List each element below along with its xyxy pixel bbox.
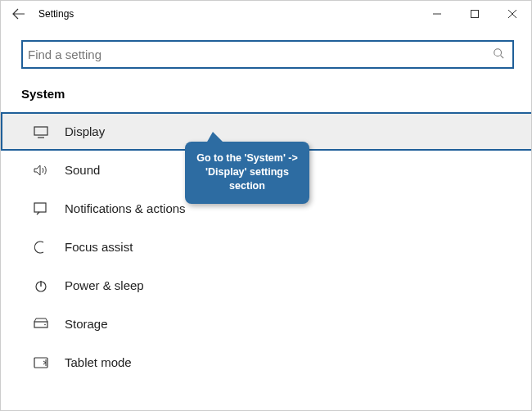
settings-item-power-sleep[interactable]: Power & sleep: [1, 266, 532, 305]
search-input[interactable]: [28, 47, 493, 61]
settings-item-storage[interactable]: Storage: [1, 305, 532, 343]
power-icon: [34, 279, 48, 292]
svg-point-1: [494, 49, 502, 56]
settings-item-label: Tablet mode: [65, 355, 132, 369]
close-icon: [508, 10, 516, 18]
svg-rect-0: [471, 11, 479, 18]
back-button[interactable]: [6, 1, 32, 27]
storage-icon: [34, 318, 48, 331]
arrow-left-icon: [12, 7, 25, 20]
settings-item-label: Sound: [65, 163, 100, 177]
search-box[interactable]: [21, 40, 514, 69]
minimize-button[interactable]: [418, 1, 456, 27]
search-icon: [493, 47, 504, 61]
maximize-icon: [471, 10, 479, 18]
settings-item-label: Display: [65, 124, 105, 138]
title-bar: Settings: [1, 1, 531, 27]
window-title: Settings: [32, 8, 74, 20]
window-controls: [418, 1, 531, 27]
instruction-tooltip: Go to the 'System' -> 'Display' settings…: [185, 142, 309, 204]
focus-assist-icon: [34, 241, 48, 254]
settings-item-label: Storage: [65, 317, 108, 331]
settings-item-label: Notifications & actions: [65, 201, 186, 215]
svg-point-6: [44, 323, 46, 325]
close-button[interactable]: [494, 1, 531, 27]
minimize-icon: [433, 10, 441, 18]
content-area: System Display Sound Notifications & act…: [1, 27, 531, 382]
settings-item-label: Power & sleep: [65, 278, 144, 292]
settings-item-focus-assist[interactable]: Focus assist: [1, 228, 532, 266]
svg-rect-2: [34, 127, 47, 135]
settings-item-label: Focus assist: [65, 240, 133, 254]
svg-rect-3: [34, 203, 46, 212]
sound-icon: [34, 164, 48, 177]
display-icon: [34, 125, 48, 138]
tablet-mode-icon: [34, 356, 48, 369]
notifications-icon: [34, 202, 48, 215]
section-heading: System: [21, 87, 511, 101]
maximize-button[interactable]: [456, 1, 494, 27]
settings-item-tablet-mode[interactable]: Tablet mode: [1, 343, 532, 382]
